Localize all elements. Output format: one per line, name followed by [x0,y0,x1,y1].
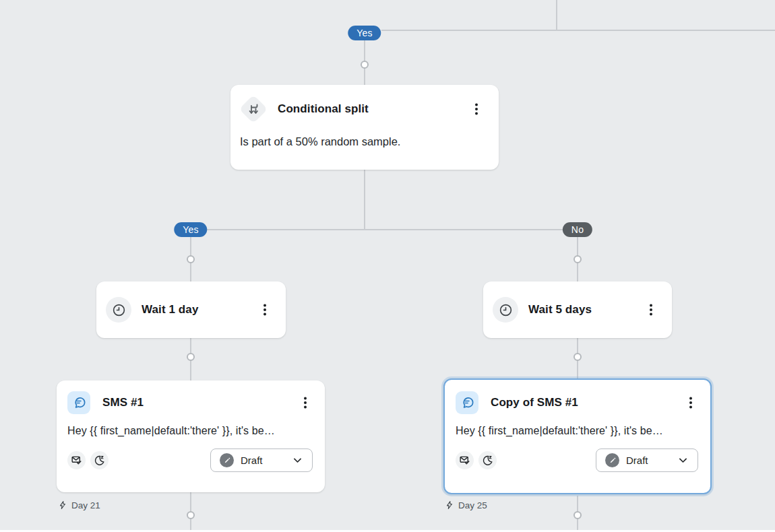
wait-card-right[interactable]: Wait 5 days [483,281,672,338]
connector-node[interactable] [187,353,195,361]
connector-node[interactable] [574,511,582,519]
envelope-check-icon [456,451,474,469]
lightning-icon [58,500,67,510]
status-label: Draft [626,455,669,466]
card-title: Wait 5 days [528,303,644,317]
envelope-check-icon [67,451,86,469]
path-badge-yes: Yes [348,26,381,40]
connector-line [556,0,557,30]
kebab-menu-icon[interactable] [469,101,484,117]
sms-card[interactable]: SMS #1 Hey {{ first_name|default:'there'… [57,380,325,492]
sms-bubble-icon [456,391,478,414]
path-badge-yes: Yes [174,222,207,237]
connector-node[interactable] [361,61,369,69]
clock-icon [493,297,518,323]
kebab-menu-icon[interactable] [257,302,272,318]
connector-node[interactable] [574,255,582,263]
connector-node[interactable] [574,353,582,361]
chevron-down-icon [677,455,689,466]
card-title: Wait 1 day [142,303,257,317]
day-label: Day 25 [445,500,487,510]
clock-icon [106,297,131,323]
connector-node[interactable] [187,511,195,519]
draft-pencil-icon [605,453,619,467]
sms-message-preview: Hey {{ first_name|default:'there' }}, it… [456,425,698,437]
quiet-hours-moon-icon [90,451,108,469]
day-label-text: Day 21 [71,500,100,510]
conditional-split-card[interactable]: Conditional split Is part of a 50% rando… [230,85,499,170]
kebab-menu-icon[interactable] [298,395,313,411]
lightning-icon [445,500,454,510]
card-title: Conditional split [278,102,469,116]
sms-card-selected[interactable]: Copy of SMS #1 Hey {{ first_name|default… [443,378,712,494]
day-label-text: Day 25 [458,500,487,510]
kebab-menu-icon[interactable] [683,395,698,411]
card-title: SMS #1 [102,396,298,409]
sms-bubble-icon [67,391,90,414]
day-label: Day 21 [58,500,100,510]
quiet-hours-moon-icon [478,451,497,469]
status-dropdown[interactable]: Draft [210,448,313,472]
kebab-menu-icon[interactable] [644,302,658,318]
sms-message-preview: Hey {{ first_name|default:'there' }}, it… [67,425,313,437]
card-title: Copy of SMS #1 [491,396,683,409]
status-label: Draft [241,455,284,466]
status-dropdown[interactable]: Draft [596,448,698,472]
connector-line [191,229,578,230]
connector-line [364,170,365,230]
conditional-split-description: Is part of a 50% random sample. [239,135,484,148]
draft-pencil-icon [220,453,234,467]
wait-card-left[interactable]: Wait 1 day [96,281,286,338]
connector-line [381,30,775,31]
chevron-down-icon [292,455,303,466]
connector-node[interactable] [187,255,195,263]
flow-canvas: Yes Yes No Conditional split Is part of … [0,0,775,532]
path-badge-no: No [563,222,592,237]
conditional-split-icon [239,94,268,124]
